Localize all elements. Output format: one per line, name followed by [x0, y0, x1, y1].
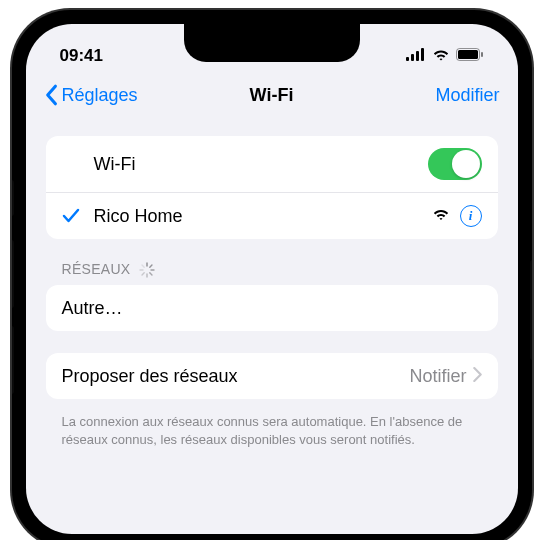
svg-line-10: [149, 273, 151, 275]
wifi-toggle[interactable]: [428, 148, 482, 180]
info-icon[interactable]: i: [460, 205, 482, 227]
svg-line-8: [149, 265, 151, 267]
ask-value: Notifier: [409, 366, 466, 387]
networks-group: Autre…: [46, 285, 498, 331]
notch: [184, 24, 360, 62]
ask-label: Proposer des réseaux: [62, 366, 410, 387]
cellular-icon: [406, 46, 426, 66]
svg-rect-6: [481, 52, 483, 57]
footer-text: La connexion aux réseaux connus sera aut…: [46, 405, 498, 449]
back-label: Réglages: [62, 85, 138, 106]
status-time: 09:41: [60, 46, 103, 66]
svg-rect-3: [421, 48, 424, 61]
wifi-group: Wi-Fi Rico Home i: [46, 136, 498, 239]
chevron-left-icon: [44, 84, 58, 106]
svg-rect-1: [411, 54, 414, 61]
svg-line-12: [142, 273, 144, 275]
chevron-right-icon: [473, 367, 482, 386]
networks-header: Réseaux: [46, 261, 498, 285]
battery-icon: [456, 46, 484, 66]
other-network-row[interactable]: Autre…: [46, 285, 498, 331]
wifi-signal-icon: [432, 207, 450, 225]
ask-group: Proposer des réseaux Notifier: [46, 353, 498, 399]
svg-rect-5: [458, 50, 478, 59]
wifi-status-icon: [432, 46, 450, 66]
phone-frame: 09:41 Réglages Wi-Fi Modifier: [12, 10, 532, 540]
checkmark-icon: [62, 208, 84, 224]
wifi-toggle-row: Wi-Fi: [46, 136, 498, 193]
connected-network-row[interactable]: Rico Home i: [46, 193, 498, 239]
wifi-toggle-label: Wi-Fi: [94, 154, 428, 175]
svg-rect-2: [416, 51, 419, 61]
ask-to-join-row[interactable]: Proposer des réseaux Notifier: [46, 353, 498, 399]
screen: 09:41 Réglages Wi-Fi Modifier: [26, 24, 518, 534]
svg-line-14: [142, 265, 144, 267]
page-title: Wi-Fi: [250, 85, 294, 106]
spinner-icon: [139, 262, 153, 276]
nav-bar: Réglages Wi-Fi Modifier: [26, 74, 518, 118]
connected-network-name: Rico Home: [94, 206, 432, 227]
back-button[interactable]: Réglages: [44, 84, 138, 106]
svg-rect-0: [406, 57, 409, 61]
edit-button[interactable]: Modifier: [435, 85, 499, 106]
networks-header-label: Réseaux: [62, 261, 131, 277]
other-network-label: Autre…: [62, 298, 482, 319]
